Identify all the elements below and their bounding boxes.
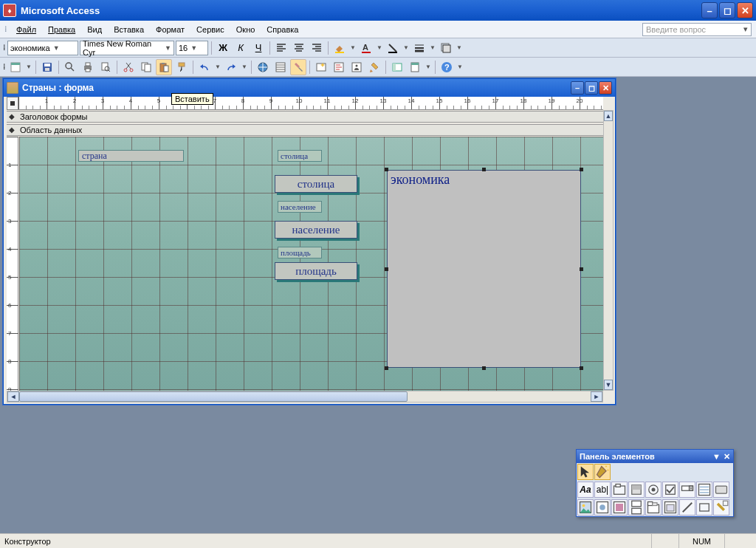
view-dropdown[interactable]: ▼	[25, 59, 32, 75]
italic-button[interactable]: К	[233, 40, 249, 56]
search-button[interactable]	[62, 59, 78, 75]
insert-hyperlink-button[interactable]	[255, 59, 271, 75]
tool-label[interactable]: Aa	[577, 482, 594, 498]
menu-format[interactable]: Формат	[150, 23, 190, 36]
toolbox-panel[interactable]: Панель элементов ▼ ✕ Aa ab|	[576, 449, 734, 517]
align-right-button[interactable]	[309, 40, 325, 56]
selection-handle[interactable]	[385, 267, 388, 271]
menu-service[interactable]: Сервис	[190, 23, 230, 36]
scroll-thumb[interactable]	[19, 391, 408, 402]
form-close-button[interactable]: ✕	[599, 81, 612, 95]
fill-color-button[interactable]	[331, 40, 348, 56]
tool-option-button[interactable]	[645, 482, 662, 498]
database-window-button[interactable]	[389, 59, 405, 75]
selection-handle[interactable]	[385, 168, 388, 171]
print-preview-button[interactable]	[97, 59, 114, 75]
undo-button[interactable]	[196, 59, 213, 75]
copy-button[interactable]	[138, 59, 154, 75]
section-header-form-header[interactable]: ◆ Заголовок формы	[7, 111, 603, 123]
tool-unbound-object[interactable]	[594, 499, 611, 516]
line-color-dropdown[interactable]: ▼	[402, 40, 410, 56]
redo-button[interactable]	[223, 59, 239, 75]
toolbox-titlebar[interactable]: Панель элементов ▼ ✕	[577, 450, 733, 463]
selection-handle[interactable]	[580, 366, 583, 370]
menu-window[interactable]: Окно	[230, 23, 261, 36]
fill-color-dropdown[interactable]: ▼	[349, 40, 357, 56]
tool-line[interactable]	[679, 499, 695, 516]
form-window-titlebar[interactable]: Страны : форма – ◻ ✕	[4, 79, 615, 97]
tool-combobox[interactable]	[679, 482, 695, 498]
undo-dropdown[interactable]: ▼	[214, 59, 221, 75]
font-name-combo[interactable]: Times New Roman Cyr ▼	[80, 41, 174, 55]
selection-handle[interactable]	[580, 267, 583, 271]
code-button[interactable]	[331, 59, 347, 75]
scroll-up-button[interactable]: ▲	[604, 111, 613, 121]
selection-handle[interactable]	[580, 168, 583, 171]
print-button[interactable]	[80, 59, 96, 75]
menu-file[interactable]: Файл	[10, 23, 42, 36]
help-button[interactable]: ?	[439, 59, 455, 75]
tool-toggle-button[interactable]	[628, 482, 645, 498]
special-effect-button[interactable]	[438, 40, 454, 56]
form-selector[interactable]	[7, 97, 18, 110]
menu-edit[interactable]: Правка	[42, 23, 81, 36]
properties-button[interactable]	[348, 59, 365, 75]
button-population[interactable]: население	[275, 221, 357, 239]
toolbox-close-icon[interactable]: ✕	[724, 452, 730, 462]
form-maximize-button[interactable]: ◻	[585, 81, 598, 95]
form-vertical-scrollbar[interactable]: ▲ ▼	[603, 110, 614, 391]
selection-handle[interactable]	[482, 168, 486, 171]
font-size-combo[interactable]: 16 ▼	[176, 41, 208, 55]
tool-select-objects[interactable]	[577, 464, 594, 480]
form-minimize-button[interactable]: –	[571, 81, 584, 95]
new-object-dropdown[interactable]: ▼	[425, 59, 432, 75]
horizontal-ruler[interactable]: 123456789101112131415161718192021	[18, 97, 603, 110]
scroll-right-button[interactable]: ►	[591, 391, 602, 402]
tool-page-break[interactable]	[628, 499, 645, 516]
label-population-small[interactable]: население	[278, 201, 322, 213]
form-design-surface[interactable]: страна столица столица население населен…	[19, 137, 603, 391]
selection-handle[interactable]	[482, 366, 486, 370]
paste-button[interactable]	[156, 59, 172, 75]
menu-help[interactable]: Справка	[261, 23, 304, 36]
toolbar-options-dropdown[interactable]: ▼	[456, 59, 464, 75]
scroll-track[interactable]	[19, 391, 591, 402]
scroll-left-button[interactable]: ◄	[7, 391, 19, 402]
save-button[interactable]	[39, 59, 55, 75]
object-selector-combo[interactable]: экономика ▼	[7, 41, 78, 55]
font-color-button[interactable]: A	[358, 40, 374, 56]
tool-subform[interactable]	[662, 499, 678, 516]
vertical-ruler[interactable]: 123456789	[7, 137, 18, 391]
build-button[interactable]	[366, 59, 382, 75]
new-object-button[interactable]	[407, 59, 423, 75]
toolbar-grip-icon[interactable]: ⁞	[3, 43, 6, 52]
button-area[interactable]: площадь	[275, 262, 357, 280]
bold-button[interactable]: Ж	[215, 40, 231, 56]
field-list-button[interactable]	[272, 59, 289, 75]
tool-checkbox[interactable]	[662, 482, 678, 498]
label-area-small[interactable]: площадь	[278, 247, 322, 258]
tool-bound-object[interactable]	[611, 499, 628, 516]
tool-control-wizards[interactable]	[594, 464, 611, 480]
tool-textbox[interactable]: ab|	[594, 482, 611, 498]
maximize-button[interactable]: ◻	[719, 2, 735, 18]
toolbox-options-icon[interactable]: ▼	[712, 452, 721, 461]
line-width-button[interactable]	[411, 40, 427, 56]
tool-rectangle[interactable]	[696, 499, 712, 516]
form-horizontal-scrollbar[interactable]: ◄ ►	[7, 391, 603, 403]
toolbar-grip-icon[interactable]: ⁞	[3, 62, 6, 72]
toolbox-button[interactable]	[290, 59, 306, 75]
autoformat-button[interactable]	[313, 59, 329, 75]
help-search-box[interactable]: Введите вопрос ▾	[642, 23, 752, 36]
line-width-dropdown[interactable]: ▼	[429, 40, 436, 56]
tool-image[interactable]	[577, 499, 594, 516]
underline-button[interactable]: Ч	[250, 40, 267, 56]
special-effect-dropdown[interactable]: ▼	[456, 40, 463, 56]
tool-option-group[interactable]	[611, 482, 628, 498]
selection-handle[interactable]	[385, 366, 388, 370]
button-capital[interactable]: столица	[275, 175, 357, 193]
line-color-button[interactable]	[385, 40, 401, 56]
menubar-grip-icon[interactable]: ⁞	[4, 24, 7, 34]
redo-dropdown[interactable]: ▼	[241, 59, 248, 75]
align-center-button[interactable]	[291, 40, 307, 56]
